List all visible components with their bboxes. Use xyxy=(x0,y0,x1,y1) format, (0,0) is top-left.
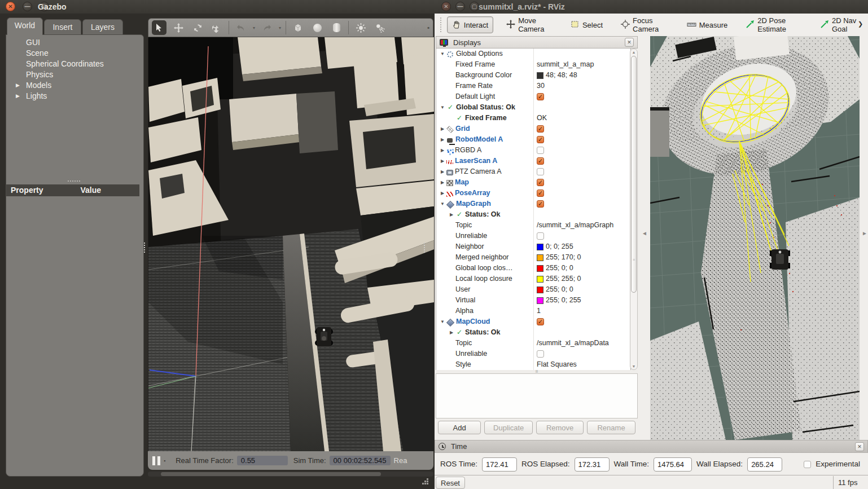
property-value[interactable] xyxy=(534,166,630,177)
display-row-alpha[interactable]: Alpha1 xyxy=(436,306,630,316)
duplicate-button[interactable]: Duplicate xyxy=(484,421,533,434)
display-row-background-color[interactable]: Background Color48; 48; 48 xyxy=(436,70,630,81)
expander-icon[interactable]: ▼ xyxy=(439,316,446,327)
close-button[interactable]: ✕ xyxy=(6,2,15,11)
spot-light-icon[interactable] xyxy=(372,20,387,35)
display-row-local-loop-closure[interactable]: Local loop closure255; 255; 0 xyxy=(436,274,630,284)
expander-icon[interactable]: ▼ xyxy=(439,199,446,209)
property-value[interactable]: /summit_xl_a/mapGraph xyxy=(534,220,630,231)
checkbox-checked[interactable]: ✓ xyxy=(537,190,544,197)
reset-button[interactable]: Reset xyxy=(436,477,465,489)
scroll-up-icon[interactable]: ▲ xyxy=(630,50,637,54)
redo-icon[interactable] xyxy=(260,20,274,35)
toolbar-overflow-icon[interactable]: ❯ xyxy=(858,20,863,28)
toolbar-button-focus-camera[interactable]: Focus Camera xyxy=(616,16,674,33)
toolbar-button-move-camera[interactable]: Move Camera xyxy=(501,16,558,33)
redo-dropdown-icon[interactable]: ▾ xyxy=(279,25,281,30)
tab-insert[interactable]: Insert xyxy=(44,19,81,35)
expander-icon[interactable]: ▶ xyxy=(448,327,455,338)
expander-icon[interactable]: ▶ xyxy=(439,134,446,145)
display-row-mapcloud[interactable]: ▼MapCloud✓ xyxy=(436,316,630,327)
property-value[interactable] xyxy=(534,145,630,156)
scrollbar-thumb[interactable] xyxy=(631,56,637,293)
display-row-mapgraph[interactable]: ▼MapGraph✓ xyxy=(436,199,630,209)
property-value[interactable] xyxy=(534,102,630,113)
property-value[interactable]: OK xyxy=(534,113,630,124)
close-panel-icon[interactable]: ✕ xyxy=(625,38,634,47)
property-value[interactable]: 48; 48; 48 xyxy=(534,70,630,81)
display-row-topic[interactable]: Topic/summit_xl_a/mapGraph xyxy=(436,220,630,231)
property-value[interactable]: summit_xl_a_map xyxy=(534,59,630,70)
undo-icon[interactable] xyxy=(234,20,248,35)
add-button[interactable]: Add xyxy=(438,421,481,434)
time-field-value[interactable]: 1475.64 xyxy=(654,457,692,472)
display-row-default-light[interactable]: Default Light✓ xyxy=(436,91,630,102)
property-value[interactable]: ✓ xyxy=(534,199,630,209)
property-value[interactable]: 0; 0; 255 xyxy=(534,241,630,252)
cube-icon[interactable] xyxy=(291,20,305,35)
display-row-rgbd-a[interactable]: ▶RGBD A xyxy=(436,145,630,156)
display-row-topic[interactable]: Topic/summit_xl_a/mapData xyxy=(436,338,630,349)
expander-icon[interactable]: ▼ xyxy=(439,102,446,113)
move-icon[interactable] xyxy=(171,20,186,35)
display-row-ptz-camera-a[interactable]: ▶PTZ Camera A xyxy=(436,166,630,177)
display-row-map[interactable]: ▶Map✓ xyxy=(436,177,630,188)
display-row-fixed-frame[interactable]: Fixed Framesummit_xl_a_map xyxy=(436,59,630,70)
tree-item-physics[interactable]: Physics xyxy=(6,69,144,80)
close-button[interactable]: ✕ xyxy=(441,2,451,11)
time-field-value[interactable]: 172.31 xyxy=(575,457,610,472)
toolbar-overflow-icon[interactable]: ▪ xyxy=(427,24,429,32)
property-value[interactable]: /summit_xl_a/mapData xyxy=(534,338,630,349)
checkbox-unchecked[interactable] xyxy=(537,168,544,175)
display-row-virtual[interactable]: Virtual255; 0; 255 xyxy=(436,295,630,306)
display-row-merged-neighbor[interactable]: Merged neighbor255; 170; 0 xyxy=(436,252,630,263)
display-row-laserscan-a[interactable]: ▶LaserScan A✓ xyxy=(436,156,630,166)
close-panel-icon[interactable]: ✕ xyxy=(855,442,864,451)
horizontal-scrollbar[interactable] xyxy=(148,472,433,477)
display-row-frame-rate[interactable]: Frame Rate30 xyxy=(436,81,630,91)
select-arrow-icon[interactable] xyxy=(152,20,166,35)
property-value[interactable]: 255; 0; 0 xyxy=(534,263,630,274)
minimize-button[interactable]: — xyxy=(23,2,32,11)
property-value[interactable]: ✓ xyxy=(534,188,630,199)
property-value[interactable]: 1 xyxy=(534,306,630,316)
undo-dropdown-icon[interactable]: ▾ xyxy=(253,25,255,30)
expander-icon[interactable]: ▶ xyxy=(448,209,455,220)
checkbox-checked[interactable]: ✓ xyxy=(537,93,544,100)
expander-icon[interactable]: ▶ xyxy=(439,145,446,156)
time-field-value[interactable]: 172.41 xyxy=(482,457,517,472)
property-value[interactable]: ✓ xyxy=(534,134,630,145)
display-row-neighbor[interactable]: Neighbor0; 0; 255 xyxy=(436,241,630,252)
point-light-icon[interactable] xyxy=(353,20,368,35)
property-value[interactable] xyxy=(534,231,630,241)
expander-icon[interactable]: ▶ xyxy=(439,188,446,199)
property-value[interactable] xyxy=(534,349,630,359)
expander-icon[interactable]: ▶ xyxy=(439,166,446,177)
display-row-global-loop-clos-[interactable]: Global loop clos…255; 0; 0 xyxy=(436,263,630,274)
panel-collapse-right-icon[interactable]: ► xyxy=(862,230,867,236)
expander-icon[interactable]: ▶ xyxy=(439,124,446,134)
toolbar-drag-handle[interactable] xyxy=(440,17,442,32)
expander-icon[interactable]: ▶ xyxy=(16,80,20,91)
checkbox-unchecked[interactable] xyxy=(537,232,544,240)
resize-grip-icon[interactable] xyxy=(420,478,429,486)
splitter-handle[interactable] xyxy=(144,243,146,253)
property-value[interactable] xyxy=(534,327,630,338)
checkbox-unchecked[interactable] xyxy=(537,147,544,154)
tree-item-lights[interactable]: ▶Lights xyxy=(6,91,144,102)
property-value[interactable]: 255; 255; 0 xyxy=(534,274,630,284)
panel-collapse-left-icon[interactable]: ◄ xyxy=(642,230,647,236)
tab-layers[interactable]: Layers xyxy=(82,19,123,35)
splitter-handle[interactable] xyxy=(68,180,80,183)
property-value[interactable]: ✓ xyxy=(534,91,630,102)
scroll-down-icon[interactable]: ▼ xyxy=(630,364,637,368)
gazebo-viewport[interactable] xyxy=(148,37,433,451)
property-value[interactable] xyxy=(534,49,630,59)
property-value[interactable] xyxy=(534,209,630,220)
checkbox-checked[interactable]: ✓ xyxy=(537,136,544,143)
tree-item-gui[interactable]: GUI xyxy=(6,37,144,48)
checkbox-checked[interactable]: ✓ xyxy=(537,200,544,208)
property-value[interactable]: ✓ xyxy=(534,124,630,134)
display-row-status-ok[interactable]: ▶✓Status: Ok xyxy=(436,327,630,338)
display-row-unreliable[interactable]: Unreliable xyxy=(436,231,630,241)
